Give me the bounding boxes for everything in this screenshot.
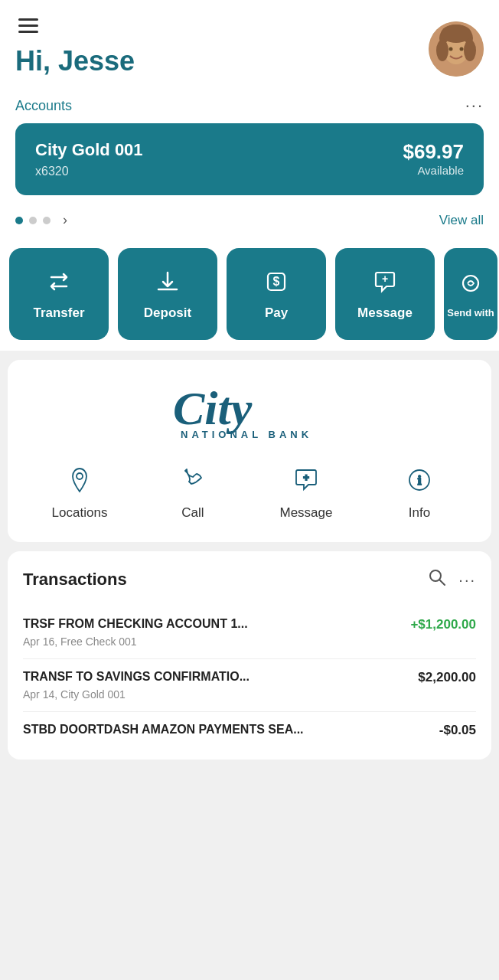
pay-label: Pay <box>265 305 288 321</box>
hamburger-menu[interactable] <box>15 15 135 36</box>
transaction-amount: $2,200.00 <box>418 670 476 685</box>
svg-point-4 <box>460 47 464 51</box>
hamburger-line-1 <box>18 18 38 21</box>
transaction-row: TRSF FROM CHECKING ACCOUNT 1... +$1,200.… <box>23 617 476 632</box>
pagination-dot-1[interactable] <box>15 217 23 224</box>
svg-point-11 <box>463 276 478 291</box>
transaction-meta: Apr 16, Free Check 001 <box>23 635 476 648</box>
transaction-account: City Gold 001 <box>60 688 126 701</box>
svg-text:+: + <box>382 273 388 285</box>
svg-text:City: City <box>173 382 253 434</box>
account-card-left: City Gold 001 x6320 <box>35 140 143 178</box>
pay-icon: $ <box>263 268 290 299</box>
transactions-search-button[interactable] <box>428 568 446 591</box>
transaction-amount: -$0.05 <box>439 723 476 738</box>
svg-point-3 <box>449 47 453 51</box>
action-buttons-row: Transfer Deposit $ Pay + Message <box>0 240 499 351</box>
deposit-icon <box>154 268 181 299</box>
transaction-item[interactable]: TRSF FROM CHECKING ACCOUNT 1... +$1,200.… <box>23 606 476 659</box>
transactions-actions: ··· <box>428 568 476 591</box>
transfer-label: Transfer <box>33 305 84 321</box>
pagination-dots: › <box>15 212 67 228</box>
bank-message-icon: + <box>287 461 325 499</box>
account-card[interactable]: City Gold 001 x6320 $69.97 Available <box>15 123 484 195</box>
message-button[interactable]: + Message <box>335 248 435 340</box>
svg-point-6 <box>464 40 476 61</box>
transactions-more-menu[interactable]: ··· <box>458 571 476 589</box>
transaction-date: Apr 14 <box>23 688 54 701</box>
svg-text:i: i <box>418 473 422 488</box>
locations-icon <box>60 461 99 499</box>
transfer-icon <box>45 268 73 299</box>
transactions-section: Transactions ··· TRSF FROM CHECKING ACCO… <box>8 551 491 760</box>
svg-point-5 <box>436 40 448 61</box>
transaction-name: STBD DOORTDASH AMAZON PAYMENTS SEA... <box>23 723 430 737</box>
avatar[interactable] <box>429 21 484 77</box>
svg-point-7 <box>441 24 471 43</box>
city-national-bank-logo: City NATIONAL BANK <box>150 378 349 439</box>
accounts-label: Accounts <box>15 98 72 114</box>
transfer-button[interactable]: Transfer <box>9 248 109 340</box>
header: Hi, Jesse <box>0 0 499 85</box>
accounts-more-menu[interactable]: ··· <box>465 96 484 116</box>
call-icon <box>174 461 212 499</box>
bank-message-button[interactable]: + Message <box>250 461 363 521</box>
transaction-name: TRSF FROM CHECKING ACCOUNT 1... <box>23 617 401 631</box>
bank-message-label: Message <box>280 505 333 521</box>
info-button[interactable]: i Info <box>363 461 476 521</box>
greeting: Hi, Jesse <box>15 45 135 77</box>
transaction-name: TRANSF TO SAVINGS CONFIRMATIO... <box>23 670 409 684</box>
balance-amount: $69.97 <box>403 140 464 164</box>
transactions-header: Transactions ··· <box>23 568 476 591</box>
svg-line-19 <box>440 580 445 586</box>
locations-label: Locations <box>52 505 108 521</box>
transaction-row: STBD DOORTDASH AMAZON PAYMENTS SEA... -$… <box>23 723 476 738</box>
transaction-account: Free Check 001 <box>60 635 137 648</box>
info-icon: i <box>400 461 439 499</box>
transaction-row: TRANSF TO SAVINGS CONFIRMATIO... $2,200.… <box>23 670 476 685</box>
view-all-button[interactable]: View all <box>439 213 484 228</box>
info-label: Info <box>409 505 430 521</box>
call-button[interactable]: Call <box>136 461 250 521</box>
svg-text:NATIONAL  BANK: NATIONAL BANK <box>181 429 312 439</box>
transaction-item[interactable]: STBD DOORTDASH AMAZON PAYMENTS SEA... -$… <box>23 712 476 743</box>
transaction-amount: +$1,200.00 <box>410 617 476 632</box>
account-balance: $69.97 Available <box>403 140 464 177</box>
message-icon: + <box>371 268 399 299</box>
send-with-button[interactable]: Send with <box>444 248 497 340</box>
send-with-icon <box>457 270 484 301</box>
pay-button[interactable]: $ Pay <box>227 248 326 340</box>
message-label: Message <box>357 305 413 321</box>
transaction-date: Apr 16 <box>23 635 54 648</box>
svg-point-14 <box>77 473 83 479</box>
send-with-label: Send with <box>447 307 494 318</box>
call-label: Call <box>181 505 204 521</box>
deposit-button[interactable]: Deposit <box>118 248 217 340</box>
transactions-title: Transactions <box>23 570 127 590</box>
accounts-section: Accounts ··· City Gold 001 x6320 $69.97 … <box>0 85 499 240</box>
hamburger-line-2 <box>18 24 38 27</box>
bank-logo: City NATIONAL BANK <box>23 378 476 443</box>
transaction-meta: Apr 14, City Gold 001 <box>23 688 476 701</box>
hamburger-line-3 <box>18 31 38 33</box>
svg-text:+: + <box>303 472 309 483</box>
pagination: › View all <box>15 206 484 240</box>
bank-card: City NATIONAL BANK Locations C <box>8 360 491 542</box>
pagination-next-icon[interactable]: › <box>63 212 67 228</box>
deposit-label: Deposit <box>144 305 191 321</box>
balance-label: Available <box>403 164 464 177</box>
transaction-item[interactable]: TRANSF TO SAVINGS CONFIRMATIO... $2,200.… <box>23 659 476 712</box>
account-number: x6320 <box>35 165 143 178</box>
header-left: Hi, Jesse <box>15 15 135 77</box>
account-name: City Gold 001 <box>35 140 143 160</box>
pagination-dot-2[interactable] <box>29 217 37 224</box>
locations-button[interactable]: Locations <box>23 461 136 521</box>
accounts-header: Accounts ··· <box>15 85 484 123</box>
avatar-image <box>429 21 484 77</box>
svg-text:$: $ <box>273 275 280 288</box>
bank-actions: Locations Call + Message <box>23 461 476 521</box>
pagination-dot-3[interactable] <box>43 217 51 224</box>
